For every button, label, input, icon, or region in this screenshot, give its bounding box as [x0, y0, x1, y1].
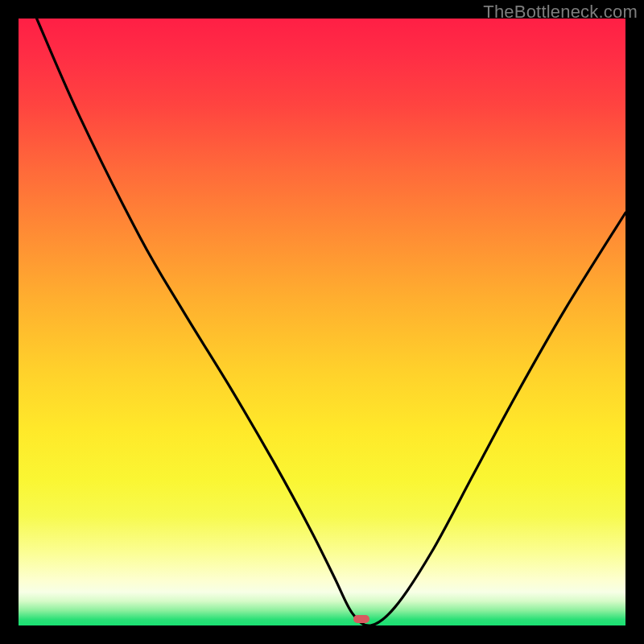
bottleneck-curve [19, 19, 625, 625]
watermark-text: TheBottleneck.com [483, 2, 638, 23]
plot-area [19, 19, 625, 625]
chart-frame: TheBottleneck.com [0, 0, 644, 644]
optimum-marker [353, 615, 369, 623]
